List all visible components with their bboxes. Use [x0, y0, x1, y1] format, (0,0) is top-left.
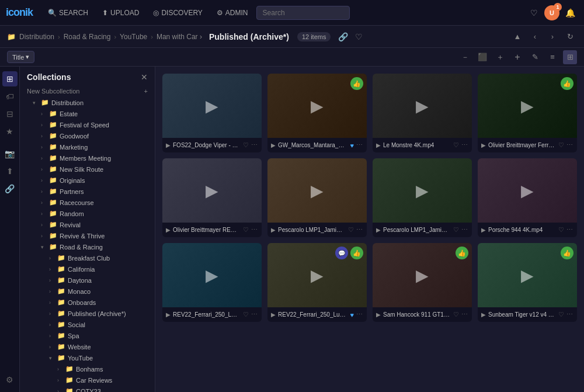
- media-more-button[interactable]: ⋯: [251, 226, 258, 234]
- media-more-button[interactable]: ⋯: [251, 141, 258, 150]
- user-avatar[interactable]: U 1: [544, 5, 559, 20]
- new-subcollection-button[interactable]: New Subcollection +: [20, 85, 155, 97]
- global-search-input[interactable]: [256, 6, 350, 20]
- media-card[interactable]: ▶▶Porsche 944 4K.mp4♡⋯: [478, 158, 577, 237]
- media-card[interactable]: ▶▶Pescarolo LMP1_Jamie Constab...♡⋯: [267, 158, 367, 237]
- media-more-button[interactable]: ⋯: [566, 226, 573, 234]
- media-more-button[interactable]: ⋯: [566, 141, 573, 150]
- sort-arrow-icon: ▾: [26, 53, 29, 61]
- tree-item-published-archive[interactable]: ›📁Published (Archive*): [22, 308, 152, 319]
- media-card[interactable]: ▶▶Pescarolo LMP1_Jamie Constab...♡⋯: [373, 158, 472, 237]
- nav-refresh-button[interactable]: ↻: [563, 30, 577, 44]
- tree-item-onboards[interactable]: ›📁Onboards: [22, 297, 152, 308]
- tree-item-social[interactable]: ›📁Social: [22, 319, 152, 330]
- tags-left-icon[interactable]: 🏷: [2, 89, 18, 104]
- media-favorite-button[interactable]: ♡: [242, 226, 249, 234]
- star-left-icon[interactable]: ★: [2, 124, 18, 139]
- media-card[interactable]: ▶👍💬▶REV22_Ferrari_250_Lusso_V3.mp4♥⋯: [267, 243, 367, 322]
- tree-item-revive--thrive[interactable]: ›📁Revive & Thrive: [22, 230, 152, 241]
- tree-item-marketing[interactable]: ›📁Marketing: [22, 141, 152, 152]
- media-more-button[interactable]: ⋯: [356, 141, 363, 150]
- media-more-button[interactable]: ⋯: [356, 310, 363, 319]
- tree-item-breakfast-club[interactable]: ›📁Breakfast Club: [22, 252, 152, 263]
- sort-title-button[interactable]: Title ▾: [7, 51, 34, 63]
- media-favorite-button[interactable]: ♡: [242, 310, 249, 319]
- camera-left-icon[interactable]: 📷: [2, 146, 18, 161]
- media-favorite-button[interactable]: ♥: [349, 141, 354, 150]
- tree-item-youtube[interactable]: ▾📁YouTube: [22, 352, 152, 363]
- breadcrumb-road-racing[interactable]: Road & Racing: [64, 33, 111, 41]
- filter-left-icon[interactable]: ⊟: [2, 106, 18, 122]
- media-card[interactable]: ▶▶Le Monstre 4K.mp4♡⋯: [373, 74, 472, 152]
- media-favorite-button[interactable]: ♡: [453, 141, 460, 150]
- tree-item-daytona[interactable]: ›📁Daytona: [22, 275, 152, 286]
- tree-item-road--racing[interactable]: ▾📁Road & Racing: [22, 241, 152, 252]
- media-more-button[interactable]: ⋯: [461, 141, 468, 150]
- tree-item-festival-of-speed[interactable]: ›📁Festival of Speed: [22, 119, 152, 130]
- discovery-nav-button[interactable]: ◎ DISCOVERY: [147, 6, 208, 19]
- media-favorite-button[interactable]: ♥: [349, 311, 354, 319]
- media-favorite-button[interactable]: ♡: [558, 310, 565, 319]
- media-card[interactable]: ▶👍▶Sunbeam Tiger v12 v4 FINAL.mp4♡⋯: [478, 243, 577, 322]
- media-card[interactable]: ▶👍▶Olivier Breittmayer Ferrari BB51...♡⋯: [478, 74, 577, 152]
- notifications-icon[interactable]: 🔔: [562, 5, 578, 21]
- breadcrumb-man-with-car[interactable]: Man with Car ›: [157, 33, 202, 41]
- zoom-in-icon[interactable]: ＋: [493, 50, 507, 64]
- sidebar-close-icon[interactable]: ✕: [141, 72, 148, 82]
- nav-forward-button[interactable]: ›: [545, 30, 559, 44]
- media-more-button[interactable]: ⋯: [356, 226, 363, 234]
- tree-item-originals[interactable]: ›📁Originals: [22, 175, 152, 186]
- collection-icon[interactable]: 🔗: [336, 32, 350, 41]
- tree-item-bonhams[interactable]: ›📁Bonhams: [22, 363, 152, 374]
- add-item-icon[interactable]: +: [510, 50, 524, 64]
- zoom-slider[interactable]: ⬛: [475, 50, 489, 64]
- breadcrumb-distribution[interactable]: Distribution: [19, 33, 54, 41]
- tree-item-new-silk-route[interactable]: ›📁New Silk Route: [22, 164, 152, 175]
- tree-item-monaco[interactable]: ›📁Monaco: [22, 286, 152, 297]
- tree-item-partners[interactable]: ›📁Partners: [22, 186, 152, 197]
- tree-item-distribution[interactable]: ▾📁Distribution: [22, 97, 152, 108]
- favorites-icon[interactable]: ♡: [526, 5, 542, 21]
- grid-view-icon[interactable]: ⊞: [563, 50, 577, 64]
- favorite-collection-icon[interactable]: ♡: [353, 32, 364, 41]
- media-more-button[interactable]: ⋯: [461, 226, 468, 234]
- nav-up-button[interactable]: ▲: [510, 30, 524, 44]
- tree-item-goodwoof[interactable]: ›📁Goodwoof: [22, 130, 152, 141]
- nav-back-button[interactable]: ‹: [528, 30, 542, 44]
- tree-item-california[interactable]: ›📁California: [22, 263, 152, 275]
- tree-item-spa[interactable]: ›📁Spa: [22, 330, 152, 341]
- tree-item-estate[interactable]: ›📁Estate: [22, 108, 152, 119]
- media-favorite-button[interactable]: ♡: [558, 141, 565, 150]
- media-card[interactable]: ▶▶FOS22_Dodge Viper - Man with ...♡⋯: [162, 74, 262, 152]
- search-nav-button[interactable]: 🔍 SEARCH: [42, 6, 94, 19]
- media-more-button[interactable]: ⋯: [461, 310, 468, 319]
- tree-item-website[interactable]: ›📁Website: [22, 341, 152, 352]
- media-favorite-button[interactable]: ♡: [347, 226, 354, 234]
- list-view-icon[interactable]: ≡: [545, 50, 559, 64]
- zoom-out-icon[interactable]: －: [458, 50, 472, 64]
- media-favorite-button[interactable]: ♡: [453, 226, 460, 234]
- admin-nav-button[interactable]: ⚙ ADMIN: [211, 6, 254, 19]
- tree-item-coty23[interactable]: ›📁COTY23: [22, 386, 152, 392]
- media-card[interactable]: ▶👍▶Sam Hancock 911 GT1 V2.mp4♡⋯: [373, 243, 472, 322]
- media-favorite-button[interactable]: ♡: [453, 310, 460, 319]
- collections-left-icon[interactable]: ⊞: [2, 71, 18, 86]
- media-card[interactable]: ▶👍▶GW_Marcos_Mantara_LM600_v4...♥⋯: [267, 74, 367, 152]
- tree-item-members-meeting[interactable]: ›📁Members Meeting: [22, 152, 152, 164]
- media-favorite-button[interactable]: ♡: [558, 226, 565, 234]
- media-more-button[interactable]: ⋯: [566, 310, 573, 319]
- settings-left-icon[interactable]: ⚙: [2, 372, 18, 387]
- link-left-icon[interactable]: 🔗: [2, 181, 18, 196]
- edit-icon[interactable]: ✎: [528, 50, 542, 64]
- upload-nav-button[interactable]: ⬆ UPLOAD: [96, 6, 145, 19]
- media-favorite-button[interactable]: ♡: [242, 141, 249, 150]
- tree-item-racecourse[interactable]: ›📁Racecourse: [22, 197, 152, 208]
- breadcrumb-youtube[interactable]: YouTube: [120, 33, 147, 41]
- tree-item-car-reviews[interactable]: ›📁Car Reviews: [22, 374, 152, 386]
- tree-item-random[interactable]: ›📁Random: [22, 208, 152, 219]
- upload-left-icon[interactable]: ⬆: [2, 164, 18, 179]
- media-more-button[interactable]: ⋯: [251, 310, 258, 319]
- media-card[interactable]: ▶▶REV22_Ferrari_250_Lusso_9-16...♡⋯: [162, 243, 262, 322]
- media-card[interactable]: ▶▶Olivier Breittmayer REEL.mp4♡⋯: [162, 158, 262, 237]
- tree-item-revival[interactable]: ›📁Revival: [22, 219, 152, 230]
